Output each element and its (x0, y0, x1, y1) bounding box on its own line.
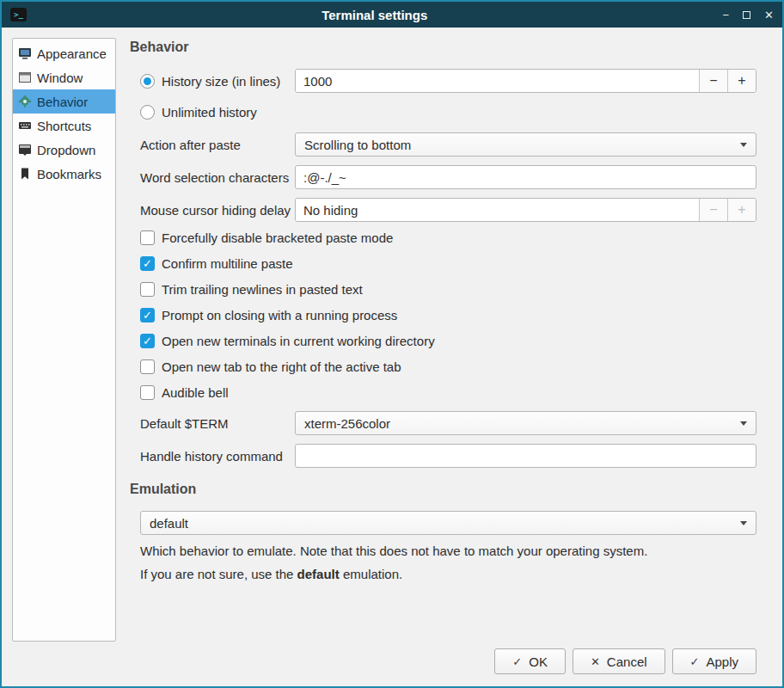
history-size-spinbox: − + (295, 69, 756, 93)
check-icon: ✓ (143, 310, 152, 321)
close-icon: ✕ (591, 656, 600, 667)
chevron-down-icon (740, 421, 747, 426)
sidebar-item-label: Shortcuts (37, 119, 91, 133)
checkbox-label: Forcefully disable bracketed paste mode (162, 230, 393, 245)
checkbox[interactable]: ✓ (140, 282, 155, 297)
default-term-row: Default $TERM xterm-256color (130, 411, 756, 435)
checkbox-label: Trim trailing newlines in pasted text (162, 282, 363, 297)
sidebar-item-bookmarks[interactable]: Bookmarks (13, 162, 115, 186)
default-term-label: Default $TERM (140, 416, 229, 431)
terminal-settings-window: >_ Terminal settings − ✕ Appearance Wind… (0, 0, 784, 688)
checkbox-row-open-tab-right[interactable]: ✓ Open new tab to the right of the activ… (140, 359, 756, 374)
word-selection-label-cell: Word selection characters (130, 170, 295, 185)
mouse-cursor-delay-label: Mouse cursor hiding delay (140, 203, 291, 218)
window-title: Terminal settings (27, 8, 723, 22)
checkbox-row-trim-newlines[interactable]: ✓ Trim trailing newlines in pasted text (140, 282, 756, 297)
sidebar-item-shortcuts[interactable]: Shortcuts (13, 114, 115, 138)
action-after-paste-control: Scrolling to bottom (295, 132, 756, 157)
history-size-increment-button[interactable]: + (727, 70, 756, 92)
mouse-cursor-delay-control: − + (295, 198, 756, 222)
sidebar-item-label: Bookmarks (37, 167, 101, 181)
mouse-cursor-delay-input[interactable] (296, 199, 699, 221)
apply-button[interactable]: ✓ Apply (672, 648, 756, 674)
default-term-control: xterm-256color (295, 411, 756, 435)
chevron-down-icon (740, 143, 747, 147)
ok-button[interactable]: ✓ OK (494, 648, 566, 674)
mouse-cursor-delay-label-cell: Mouse cursor hiding delay (130, 203, 295, 218)
handle-history-input[interactable] (295, 444, 756, 468)
history-size-input[interactable] (296, 70, 699, 92)
dialog-footer: ✓ OK ✕ Cancel ✓ Apply (2, 642, 782, 686)
mouse-cursor-delay-increment-button[interactable]: + (727, 199, 756, 221)
sidebar-item-label: Dropdown (37, 143, 95, 157)
checkbox[interactable]: ✓ (140, 256, 155, 271)
action-after-paste-value: Scrolling to bottom (304, 138, 733, 152)
dropdown-terminal-icon (18, 143, 32, 157)
checkbox[interactable]: ✓ (140, 230, 155, 245)
check-icon: ✓ (143, 335, 152, 347)
unlimited-history-label: Unlimited history (162, 105, 257, 120)
checkbox-row-audible-bell[interactable]: ✓ Audible bell (140, 385, 756, 400)
history-size-label-cell: History size (in lines) (130, 74, 295, 89)
handle-history-label-cell: Handle history command (130, 449, 295, 464)
emulation-select-row: default (140, 511, 756, 535)
chevron-down-icon (740, 521, 747, 525)
history-size-control: − + (295, 69, 756, 93)
action-after-paste-row: Action after paste Scrolling to bottom (130, 132, 756, 157)
checkbox[interactable]: ✓ (140, 334, 155, 348)
word-selection-label: Word selection characters (140, 170, 289, 185)
handle-history-label: Handle history command (140, 449, 283, 464)
mouse-cursor-delay-spinbox: − + (295, 198, 756, 222)
history-size-label: History size (in lines) (162, 74, 280, 89)
history-size-radio[interactable] (140, 74, 155, 89)
gear-icon (18, 95, 32, 108)
bookmark-icon (18, 167, 32, 181)
history-size-decrement-button[interactable]: − (699, 70, 727, 92)
restore-button[interactable] (743, 9, 750, 21)
sidebar-item-behavior[interactable]: Behavior (13, 89, 115, 114)
handle-history-row: Handle history command (130, 444, 756, 468)
appearance-icon (18, 46, 32, 60)
terminal-icon: >_ (10, 8, 27, 22)
ok-button-label: OK (529, 654, 548, 669)
checkbox-row-bracketed-paste[interactable]: ✓ Forcefully disable bracketed paste mod… (140, 230, 756, 245)
settings-category-list: Appearance Window Behavior Shortcuts Dro… (12, 38, 116, 642)
sidebar-item-dropdown[interactable]: Dropdown (13, 138, 115, 162)
sidebar-item-label: Appearance (37, 46, 107, 61)
emulation-select[interactable]: default (140, 511, 756, 535)
action-after-paste-select[interactable]: Scrolling to bottom (295, 132, 756, 157)
default-term-select[interactable]: xterm-256color (295, 411, 756, 435)
check-icon: ✓ (512, 656, 522, 667)
minimize-button[interactable]: − (723, 9, 730, 21)
content-area: Appearance Window Behavior Shortcuts Dro… (2, 28, 782, 642)
checkbox[interactable]: ✓ (140, 385, 155, 400)
checkbox-row-confirm-multiline[interactable]: ✓ Confirm multiline paste (140, 256, 756, 271)
checkbox-row-prompt-on-closing[interactable]: ✓ Prompt on closing with a running proce… (140, 308, 756, 322)
unlimited-history-radio[interactable] (140, 105, 155, 120)
action-after-paste-label: Action after paste (140, 138, 241, 152)
word-selection-control (295, 165, 756, 189)
checkbox[interactable]: ✓ (140, 308, 155, 322)
help-line2-prefix: If you are not sure, use the (140, 567, 297, 581)
unlimited-history-row: Unlimited history (130, 101, 756, 122)
settings-panel: Behavior History size (in lines) − + (130, 38, 756, 642)
handle-history-control (295, 444, 756, 468)
mouse-cursor-delay-decrement-button[interactable]: − (699, 199, 727, 221)
checkbox-label: Audible bell (162, 385, 229, 400)
close-button[interactable]: ✕ (764, 9, 774, 21)
sidebar-item-appearance[interactable]: Appearance (13, 41, 115, 65)
checkbox-label: Open new tab to the right of the active … (162, 359, 401, 374)
checkbox-row-open-in-cwd[interactable]: ✓ Open new terminals in current working … (140, 334, 756, 348)
word-selection-row: Word selection characters (130, 165, 756, 189)
sidebar-item-window[interactable]: Window (13, 65, 115, 89)
window-controls: − ✕ (723, 9, 775, 21)
word-selection-input[interactable] (295, 165, 756, 189)
checkbox[interactable]: ✓ (140, 359, 155, 374)
cancel-button-label: Cancel (607, 654, 647, 669)
history-size-row: History size (in lines) − + (130, 69, 756, 93)
mouse-cursor-delay-row: Mouse cursor hiding delay − + (130, 198, 756, 222)
checkbox-label: Open new terminals in current working di… (162, 334, 435, 348)
emulation-help-line2: If you are not sure, use the default emu… (140, 567, 756, 581)
sidebar-item-label: Window (37, 71, 83, 85)
cancel-button[interactable]: ✕ Cancel (573, 648, 665, 674)
